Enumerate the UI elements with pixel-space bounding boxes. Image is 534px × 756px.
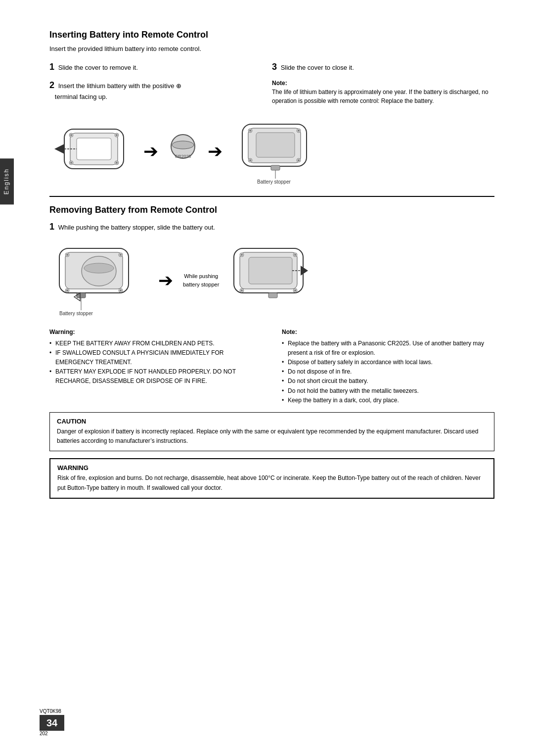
removing-remote-closed [224, 243, 323, 318]
svg-rect-73 [268, 293, 277, 298]
warning-bullet-1: KEEP THE BATTERY AWAY FROM CHILDREN AND … [49, 339, 262, 348]
remote-closed: Battery stopper [232, 117, 321, 186]
section-divider [49, 196, 494, 197]
removing-diagrams: Battery stopper ➔ While pushingbattery s… [49, 243, 494, 318]
inserting-diagrams: ➔ CR2025 ➔ [49, 117, 494, 186]
warning-box-text: Risk of fire, explosion and burns. Do no… [57, 473, 487, 492]
page-footer: VQT0K98 34 202 [40, 709, 64, 736]
inserting-title: Inserting Battery into Remote Control [49, 30, 494, 40]
svg-marker-74 [301, 266, 308, 276]
step-1: 1 Slide the cover to remove it. [49, 60, 272, 74]
removing-closed-svg [224, 243, 323, 318]
doc-number: 202 [40, 731, 64, 736]
warning-box-title: WARNING [57, 464, 487, 472]
remote-closed-svg: Battery stopper [232, 117, 321, 186]
note-bullet-3: Do not dispose of in fire. [282, 367, 494, 377]
warning-bullet-3: BATTERY MAY EXPLODE IF NOT HANDLED PROPE… [49, 367, 262, 386]
while-pushing-label-container: While pushingbattery stopper [183, 272, 219, 288]
warning-box: WARNING Risk of fire, explosion and burn… [49, 458, 494, 498]
warning-bullet-2: IF SWALLOWED CONSULT A PHYSICIAN IMMEDIA… [49, 348, 262, 367]
steps-right: 3 Slide the cover to close it. Note: The… [272, 60, 494, 107]
note-bullet-4: Do not short circuit the battery. [282, 377, 494, 386]
step1-number: 1 [49, 62, 54, 72]
removing-remote-open: Battery stopper [49, 243, 148, 318]
remote-battery: CR2025 [168, 119, 198, 184]
removing-arrow: ➔ [158, 270, 173, 291]
svg-text:CR2025: CR2025 [175, 154, 191, 159]
note-bullets: Replace the battery with a Panasonic CR2… [282, 339, 494, 405]
inserting-steps: 1 Slide the cover to remove it. 2 Insert… [49, 60, 494, 107]
coin-battery-svg: CR2025 [168, 119, 198, 184]
note-right-title: Note: [282, 328, 494, 337]
note-bullet-6: Keep the battery in a dark, cool, dry pl… [282, 396, 494, 405]
step2-number: 2 [49, 80, 54, 90]
inserting-intro: Insert the provided lithium battery into… [49, 45, 494, 52]
remote-open-svg [49, 119, 134, 184]
arrow-2: ➔ [208, 141, 222, 162]
svg-rect-60 [249, 257, 292, 284]
step3-number: 3 [272, 62, 277, 72]
caution-box: CAUTION Danger of explosion if battery i… [49, 412, 494, 451]
svg-point-41 [84, 263, 114, 273]
step3-text: Slide the cover to close it. [281, 64, 354, 71]
inserting-note: Note: The life of lithium battery is app… [272, 79, 494, 105]
svg-marker-15 [54, 144, 64, 154]
note-text: The life of lithium battery is approxima… [272, 89, 489, 104]
step-3: 3 Slide the cover to close it. [272, 60, 494, 74]
step-2: 2 Insert the lithium battery with the po… [49, 79, 272, 102]
removing-title: Removing Battery from Remote Control [49, 205, 494, 215]
svg-rect-35 [271, 165, 280, 170]
removing-open-svg: Battery stopper [49, 243, 148, 318]
steps-left: 1 Slide the cover to remove it. 2 Insert… [49, 60, 272, 107]
warning-left-title: Warning: [49, 328, 262, 337]
page-container: English Inserting Battery into Remote Co… [0, 0, 534, 756]
removing-step-1: 1 While pushing the battery stopper, sli… [49, 220, 494, 234]
svg-text:Battery stopper: Battery stopper [257, 179, 291, 185]
while-pushing-label: While pushingbattery stopper [183, 272, 219, 288]
caution-text: Danger of explosion if battery is incorr… [57, 427, 487, 446]
removing-step1-number: 1 [49, 222, 54, 232]
svg-text:Battery stopper: Battery stopper [59, 311, 93, 316]
svg-rect-2 [77, 138, 111, 160]
caution-title: CAUTION [57, 418, 487, 425]
note-bullet-5: Do not hold the battery with the metalli… [282, 386, 494, 396]
removing-step1-text: While pushing the battery stopper, slide… [58, 224, 215, 231]
svg-point-18 [172, 141, 194, 149]
svg-rect-22 [256, 133, 295, 157]
bottom-warnings-section: Warning: KEEP THE BATTERY AWAY FROM CHIL… [49, 328, 494, 406]
side-tab: English [0, 158, 14, 204]
doc-code: VQT0K98 [40, 709, 64, 714]
step2-text: Insert the lithium battery with the posi… [49, 82, 181, 100]
note-bullet-1: Replace the battery with a Panasonic CR2… [282, 339, 494, 358]
arrow-1: ➔ [143, 141, 158, 162]
warning-col-left: Warning: KEEP THE BATTERY AWAY FROM CHIL… [49, 328, 262, 406]
step1-text: Slide the cover to remove it. [58, 64, 138, 71]
svg-rect-54 [77, 293, 86, 298]
notes-col-right: Note: Replace the battery with a Panason… [282, 328, 494, 406]
remote-open [49, 119, 134, 184]
warning-bullets: KEEP THE BATTERY AWAY FROM CHILDREN AND … [49, 339, 262, 386]
note-label: Note: [272, 80, 287, 87]
note-bullet-2: Dispose of battery safely in accordance … [282, 358, 494, 367]
page-number: 34 [40, 715, 64, 731]
